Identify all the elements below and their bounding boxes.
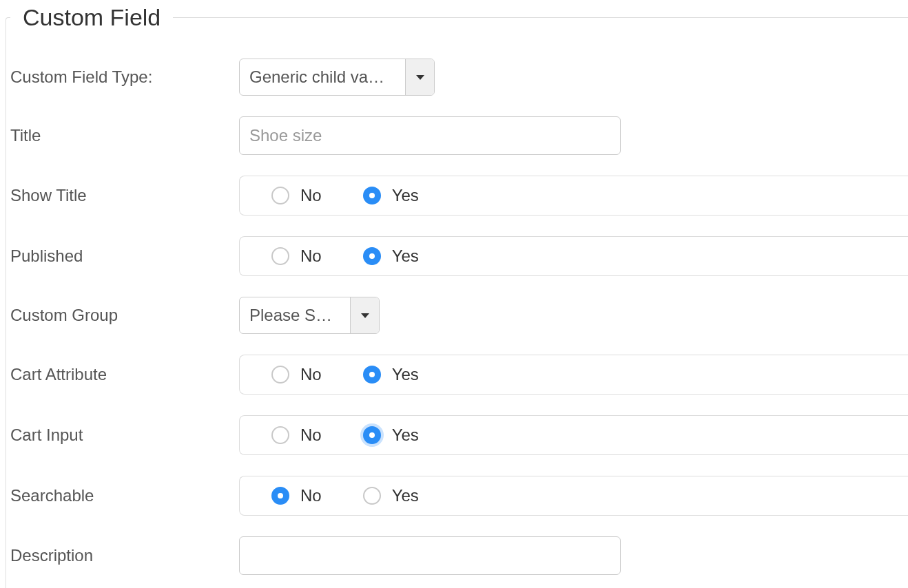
published-no[interactable]: No (271, 246, 322, 266)
row-cart-input: Cart Input No Yes (10, 415, 908, 455)
label-description: Description (10, 546, 239, 565)
published-yes[interactable]: Yes (363, 246, 419, 266)
custom-field-type-toggle[interactable] (405, 59, 434, 95)
cart-input-no[interactable]: No (271, 426, 322, 445)
label-searchable: Searchable (10, 486, 239, 505)
custom-group-toggle[interactable] (350, 297, 379, 333)
cart-attribute-no[interactable]: No (271, 365, 322, 384)
label-cart-input: Cart Input (10, 426, 239, 445)
radio-label: Yes (392, 246, 419, 266)
custom-field-fieldset: Custom Field Custom Field Type: Generic … (6, 4, 908, 588)
radio-label: Yes (392, 486, 419, 505)
radio-label: No (300, 246, 322, 266)
label-cart-attribute: Cart Attribute (10, 365, 239, 384)
cart-input-yes[interactable]: Yes (363, 426, 419, 445)
row-title: Title Shoe size (10, 116, 908, 155)
description-input[interactable] (239, 536, 621, 575)
searchable-no[interactable]: No (271, 486, 322, 505)
searchable-radio-group: No Yes (239, 476, 908, 516)
row-show-title: Show Title No Yes (10, 176, 908, 216)
label-published: Published (10, 246, 239, 266)
row-description: Description (10, 536, 908, 575)
radio-label: No (300, 426, 322, 445)
radio-icon (363, 426, 381, 444)
radio-label: Yes (392, 186, 419, 205)
fieldset-legend: Custom Field (10, 4, 173, 31)
row-cart-attribute: Cart Attribute No Yes (10, 355, 908, 395)
radio-icon (271, 187, 289, 204)
row-custom-group: Custom Group Please S… (10, 297, 908, 334)
label-show-title: Show Title (10, 186, 239, 205)
custom-group-select[interactable]: Please S… (239, 297, 380, 334)
searchable-yes[interactable]: Yes (363, 486, 419, 505)
label-custom-field-type: Custom Field Type: (10, 67, 239, 87)
radio-icon (271, 487, 289, 505)
radio-icon (271, 426, 289, 444)
radio-icon (271, 247, 289, 265)
custom-group-value: Please S… (240, 297, 350, 333)
radio-label: No (300, 186, 322, 205)
row-published: Published No Yes (10, 236, 908, 276)
radio-icon (363, 247, 381, 265)
radio-label: No (300, 486, 322, 505)
cart-input-radio-group: No Yes (239, 415, 908, 455)
caret-down-icon (416, 75, 424, 80)
title-input[interactable]: Shoe size (239, 116, 621, 155)
label-custom-group: Custom Group (10, 306, 239, 325)
radio-icon (363, 487, 381, 505)
radio-label: No (300, 365, 322, 384)
row-custom-field-type: Custom Field Type: Generic child va… (10, 59, 908, 96)
custom-field-type-select[interactable]: Generic child va… (239, 59, 435, 96)
show-title-radio-group: No Yes (239, 176, 908, 216)
caret-down-icon (361, 313, 369, 318)
radio-label: Yes (392, 365, 419, 384)
radio-icon (363, 366, 381, 384)
radio-label: Yes (392, 426, 419, 445)
cart-attribute-radio-group: No Yes (239, 355, 908, 395)
custom-field-type-value: Generic child va… (240, 59, 405, 95)
radio-icon (363, 187, 381, 204)
radio-icon (271, 366, 289, 384)
label-title: Title (10, 126, 239, 145)
show-title-no[interactable]: No (271, 186, 322, 205)
cart-attribute-yes[interactable]: Yes (363, 365, 419, 384)
published-radio-group: No Yes (239, 236, 908, 276)
row-searchable: Searchable No Yes (10, 476, 908, 516)
show-title-yes[interactable]: Yes (363, 186, 419, 205)
